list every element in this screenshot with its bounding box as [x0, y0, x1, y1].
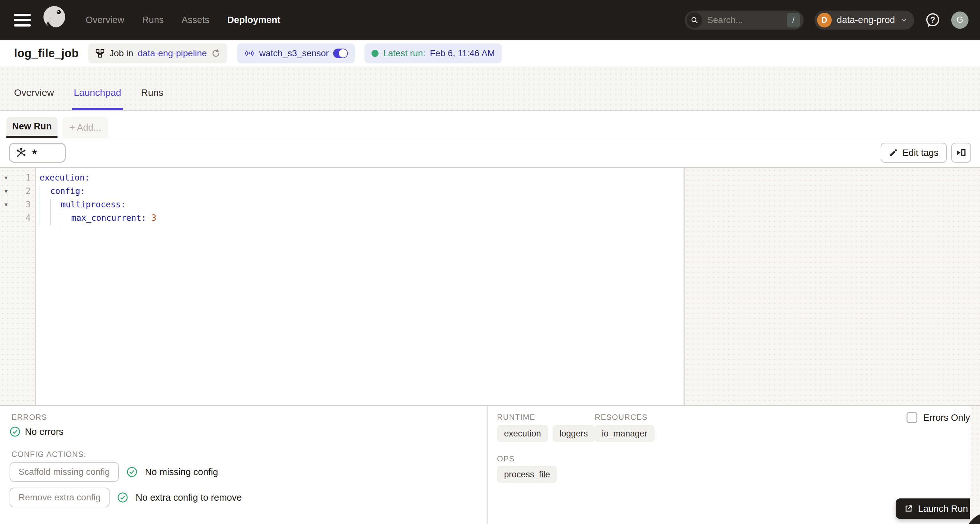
svg-text:?: ? — [930, 15, 935, 25]
line-number: 1 — [11, 173, 35, 182]
latest-run-label: Latest run: — [383, 48, 425, 59]
ops-heading: OPS — [497, 454, 515, 463]
workspace-name: data-eng-prod — [837, 15, 895, 25]
resources-heading: RESOURCES — [595, 413, 648, 422]
code-line: multiprocess: — [37, 198, 684, 211]
config-tab-add[interactable]: + Add... — [63, 117, 108, 138]
tab-overview[interactable]: Overview — [14, 87, 54, 110]
editor-right-pane — [685, 168, 980, 405]
edit-tags-button[interactable]: Edit tags — [881, 143, 947, 162]
op-selector-input[interactable]: * — [9, 143, 66, 162]
config-tab-new-run[interactable]: New Run — [6, 117, 57, 138]
expand-panel-icon — [956, 148, 966, 158]
pencil-icon — [889, 148, 898, 157]
job-tabs-row: Overview Launchpad Runs — [0, 67, 980, 111]
help-icon[interactable]: ? — [925, 13, 940, 28]
fold-toggle-icon[interactable]: ▾ — [1, 201, 11, 208]
repo-link[interactable]: data-eng-pipeline — [138, 48, 207, 59]
scroll-gutter — [970, 406, 980, 524]
nav-runs[interactable]: Runs — [142, 15, 164, 25]
sensor-pill: watch_s3_sensor — [237, 43, 355, 63]
fold-toggle-icon[interactable]: ▾ — [1, 187, 11, 195]
bottom-panel-divider — [487, 406, 488, 524]
tab-runs[interactable]: Runs — [141, 87, 164, 110]
runtime-heading: RUNTIME — [497, 413, 535, 422]
resource-tag[interactable]: io_manager — [595, 425, 654, 442]
workspace-badge: D — [817, 13, 832, 27]
code-line: max_concurrent:3 — [37, 211, 684, 225]
job-graph-icon — [95, 49, 105, 58]
reload-icon[interactable] — [212, 49, 220, 58]
workspace-switcher[interactable]: D data-eng-prod — [815, 11, 914, 30]
search-placeholder: Search... — [707, 15, 782, 25]
fold-toggle-icon[interactable]: ▾ — [1, 174, 11, 182]
line-number: 4 — [11, 213, 35, 223]
runtime-tag[interactable]: loggers — [553, 425, 595, 442]
scaffold-status: No missing config — [145, 467, 218, 477]
sensor-link[interactable]: watch_s3_sensor — [259, 48, 329, 59]
edit-tags-label: Edit tags — [902, 148, 939, 158]
job-header: log_file_job Job in data-eng-pipeline wa… — [0, 40, 980, 67]
errors-status: No errors — [25, 427, 64, 437]
job-location-prefix: Job in — [109, 48, 133, 59]
dagster-logo[interactable] — [42, 5, 68, 35]
nav-overview[interactable]: Overview — [86, 15, 124, 25]
search-icon — [687, 13, 702, 28]
remove-extra-config-button[interactable]: Remove extra config — [10, 487, 110, 507]
launch-icon — [904, 504, 913, 513]
check-circle-icon — [117, 492, 128, 503]
errors-only-checkbox[interactable] — [907, 412, 917, 423]
op-selector-icon — [15, 147, 27, 159]
config-editor[interactable]: execution: config: multiprocess: max_con… — [37, 168, 684, 405]
indent-guide — [61, 212, 61, 225]
op-tag[interactable]: process_file — [497, 466, 557, 483]
indent-guide — [40, 186, 40, 225]
line-number: 3 — [11, 200, 35, 209]
launchpad-bottom-panel: ERRORS No errors CONFIG ACTIONS: Scaffol… — [0, 405, 980, 524]
code-line: execution: — [37, 171, 684, 184]
job-location-pill: Job in data-eng-pipeline — [88, 43, 227, 63]
nav-assets[interactable]: Assets — [182, 15, 210, 25]
top-navigation-bar: Overview Runs Assets Deployment Search..… — [0, 0, 980, 40]
line-number: 2 — [11, 186, 35, 196]
run-status-dot — [371, 50, 379, 57]
scaffold-missing-config-button[interactable]: Scaffold missing config — [10, 462, 119, 482]
tab-launchpad[interactable]: Launchpad — [74, 87, 121, 110]
indent-guide — [50, 199, 51, 225]
nav-deployment[interactable]: Deployment — [228, 15, 280, 25]
search-input[interactable]: Search... / — [685, 11, 804, 30]
remove-status: No extra config to remove — [136, 492, 242, 503]
runtime-tag[interactable]: execution — [497, 425, 548, 442]
chevron-down-icon — [900, 16, 908, 24]
sensor-icon — [244, 49, 255, 58]
latest-run-pill: Latest run: Feb 6, 11:46 AM — [364, 43, 502, 63]
sensor-toggle[interactable] — [333, 49, 348, 58]
page-title: log_file_job — [14, 47, 79, 60]
search-shortcut-badge: / — [787, 13, 800, 27]
user-avatar[interactable]: G — [951, 11, 969, 29]
code-line: config: — [37, 184, 684, 198]
check-circle-icon — [10, 426, 21, 437]
launch-run-button[interactable]: Launch Run — [896, 499, 976, 519]
latest-run-link[interactable]: Feb 6, 11:46 AM — [430, 48, 495, 59]
editor-gutter: ▾1 ▾2 ▾3 4 — [0, 168, 36, 405]
hamburger-menu-icon[interactable] — [14, 14, 31, 27]
primary-nav: Overview Runs Assets Deployment — [86, 15, 280, 25]
op-selector-value: * — [32, 147, 37, 161]
errors-heading: ERRORS — [11, 413, 47, 422]
launchpad-toolbar: * Edit tags — [0, 139, 980, 168]
check-circle-icon — [126, 467, 137, 477]
config-actions-heading: CONFIG ACTIONS: — [11, 450, 87, 459]
expand-panel-button[interactable] — [951, 143, 971, 162]
errors-only-label: Errors Only — [923, 413, 970, 423]
launch-run-label: Launch Run — [918, 503, 968, 514]
launchpad-config-tabs: New Run + Add... — [0, 111, 980, 139]
